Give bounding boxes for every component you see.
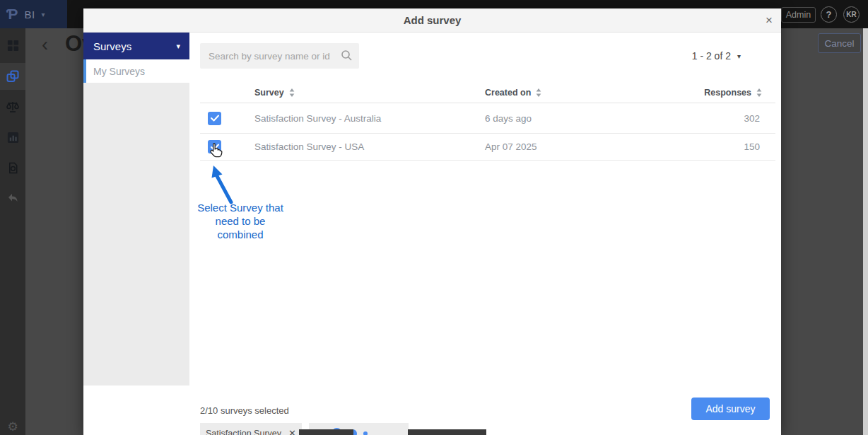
modal-title: Add survey (83, 8, 781, 33)
search-input[interactable] (200, 43, 359, 69)
responses-value: 302 (744, 103, 760, 133)
surveys-source-label: Surveys (83, 40, 131, 52)
loading-dot (363, 431, 368, 435)
column-header-responses[interactable]: Responses (704, 88, 762, 98)
survey-search (200, 43, 359, 69)
chip-label: Satisfaction Survey ... (206, 429, 284, 435)
add-survey-button[interactable]: Add survey (691, 398, 770, 420)
dashboard-icon[interactable] (0, 32, 25, 59)
scrollbar[interactable] (863, 28, 868, 435)
cancel-button[interactable]: Cancel (818, 33, 861, 53)
created-on-value: Apr 07 2025 (485, 134, 537, 160)
annotation-line-1: Select Survey that (191, 201, 290, 214)
column-label: Survey (254, 88, 284, 98)
table-row[interactable]: Satisfaction Survey - Australia 6 days a… (200, 103, 775, 134)
chevron-down-icon[interactable]: ▾ (42, 11, 45, 18)
sidebar-panel-background (83, 83, 189, 385)
brand-logo[interactable]: Ƥ BI ▾ (0, 0, 67, 28)
annotation-text: Select Survey that need to be combined (191, 201, 290, 241)
brand-logo-icon: Ƥ (6, 6, 18, 23)
sort-icon[interactable] (289, 88, 295, 97)
annotation-line-2: need to be combined (191, 214, 290, 241)
bottom-edge-artifact (299, 429, 353, 435)
survey-name: Satisfaction Survey - USA (254, 134, 364, 160)
row-checkbox-checked[interactable] (208, 112, 221, 125)
sidebar-item-my-surveys[interactable]: My Surveys (83, 59, 189, 83)
pagination-control[interactable]: 1 - 2 of 2 ▾ (692, 50, 741, 62)
report-document-icon[interactable] (0, 154, 25, 181)
analytics-chart-icon[interactable] (0, 124, 25, 151)
modal-header: Add survey × (83, 8, 781, 33)
back-chevron-icon[interactable]: ‹ (42, 34, 48, 56)
sort-icon[interactable] (756, 88, 762, 97)
app-root: Ƥ BI ▾ Admin ? KR ⚙ ‹ Ov Cancel (0, 0, 868, 435)
column-label: Created on (485, 88, 531, 98)
bottom-edge-artifact (408, 429, 486, 435)
column-header-created-on[interactable]: Created on (485, 88, 541, 98)
selected-count-summary: 2/10 surveys selected (200, 405, 289, 416)
sidebar-item-label: My Surveys (86, 66, 145, 77)
add-survey-modal: Add survey × Surveys ▾ My Surveys 1 - 2 … (83, 8, 781, 435)
help-button[interactable]: ? (821, 6, 837, 23)
search-icon (341, 50, 353, 62)
sidebar: ⚙ (0, 28, 25, 435)
product-label: BI (24, 8, 35, 21)
pagination-label: 1 - 2 of 2 (692, 50, 731, 62)
column-label: Responses (704, 88, 751, 98)
survey-name: Satisfaction Survey - Australia (254, 103, 381, 133)
mouse-cursor-icon (209, 142, 223, 158)
surveys-source-dropdown[interactable]: Surveys ▾ (83, 33, 189, 59)
admin-button[interactable]: Admin (781, 7, 816, 23)
sort-icon[interactable] (536, 88, 541, 97)
chevron-down-icon: ▾ (737, 52, 741, 60)
table-row[interactable]: Satisfaction Survey - USA Apr 07 2025 15… (200, 134, 775, 161)
settings-gear-icon[interactable]: ⚙ (0, 413, 25, 435)
avatar[interactable]: KR (843, 6, 860, 23)
chevron-down-icon: ▾ (176, 42, 180, 51)
remove-chip-icon[interactable]: ✕ (288, 428, 296, 435)
undo-arrow-icon[interactable] (0, 185, 25, 211)
responses-value: 150 (744, 134, 760, 160)
created-on-value: 6 days ago (485, 103, 532, 133)
selected-survey-chip[interactable]: Satisfaction Survey ... ✕ (200, 423, 302, 435)
compare-scale-icon[interactable] (0, 93, 25, 120)
column-header-survey[interactable]: Survey (254, 88, 295, 98)
combine-surveys-icon[interactable] (0, 63, 25, 90)
close-icon[interactable]: × (766, 13, 773, 28)
